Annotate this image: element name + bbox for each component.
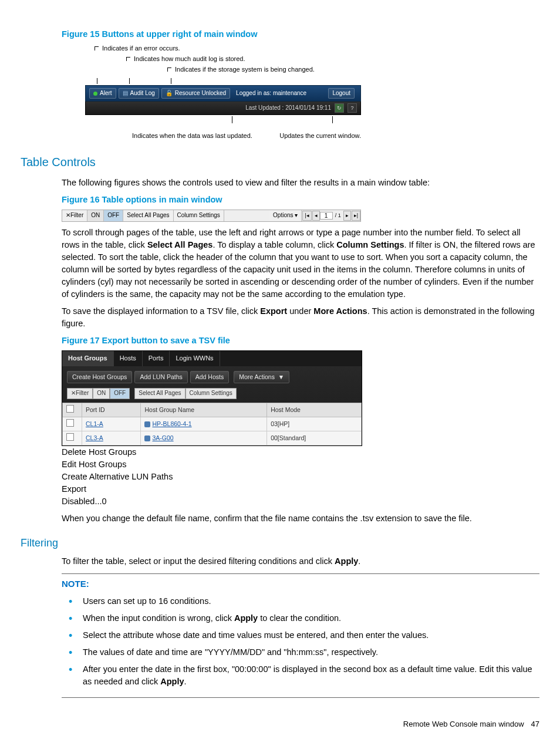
host-groups-table: Port ID Host Group Name Host Mode CL1-A …	[62, 403, 362, 446]
f17-filter-toggle[interactable]: ✕Filter	[67, 388, 93, 399]
help-icon[interactable]: ?	[348, 103, 357, 113]
annot-audit: Indicates how much audit log is stored.	[134, 55, 245, 64]
select-all-pages-button[interactable]: Select All Pages	[123, 210, 173, 221]
tab-login-wwns[interactable]: Login WWNs	[170, 351, 220, 366]
alert-button[interactable]: Alert	[89, 88, 116, 99]
host-group-link[interactable]: HP-BL860-4-1	[141, 417, 267, 431]
filter-toggle[interactable]: ✕Filter	[62, 210, 87, 221]
f17-column-settings[interactable]: Column Settings	[185, 388, 237, 399]
menu-delete-host-groups[interactable]: Delete Host Groups	[62, 446, 361, 458]
menu-edit-host-groups[interactable]: Edit Host Groups	[62, 458, 361, 471]
more-actions-menu: Delete Host Groups Edit Host Groups Crea…	[62, 446, 361, 508]
port-id-link[interactable]: CL1-A	[82, 417, 141, 431]
last-updated-label: Last Updated : 2014/01/14 19:11	[245, 104, 331, 113]
table-controls-intro: The following figures shows the controls…	[62, 177, 539, 189]
filter-on[interactable]: ON	[87, 210, 104, 221]
col-port-id[interactable]: Port ID	[82, 403, 141, 417]
page-total: / 1	[333, 211, 343, 220]
figure16-caption: Figure 16 Table options in main window	[62, 194, 539, 206]
row-checkbox[interactable]	[66, 433, 74, 441]
figure15-diagram: Indicates if an error occurs. Indicates …	[85, 44, 361, 141]
filter-off[interactable]: OFF	[104, 210, 123, 221]
host-group-icon	[144, 436, 150, 441]
host-mode-cell: 03[HP]	[267, 417, 362, 431]
figure15-caption: Figure 15 Buttons at upper right of main…	[62, 28, 539, 40]
list-icon: ▤	[123, 89, 128, 98]
note-item: The values of date and time are "YYYY/MM…	[66, 646, 539, 659]
create-host-groups-button[interactable]: Create Host Groups	[67, 371, 132, 383]
lock-icon: 🔓	[166, 89, 173, 98]
note-label: NOTE:	[62, 573, 539, 590]
filtering-heading: Filtering	[21, 535, 539, 551]
figure17-caption: Figure 17 Export button to save a TSV fi…	[62, 335, 539, 347]
f17-select-all-pages[interactable]: Select All Pages	[134, 388, 185, 399]
confirm-paragraph: When you change the default file name, c…	[62, 512, 539, 525]
audit-log-button[interactable]: ▤Audit Log	[119, 88, 159, 99]
annot-error: Indicates if an error occurs.	[102, 44, 180, 53]
f17-filter-off[interactable]: OFF	[110, 388, 130, 399]
row-checkbox[interactable]	[66, 419, 74, 427]
column-settings-button[interactable]: Column Settings	[174, 210, 224, 221]
host-mode-cell: 00[Standard]	[267, 431, 362, 445]
page-next-icon[interactable]: ▸	[343, 211, 351, 221]
host-group-link[interactable]: 3A-G00	[141, 431, 267, 445]
note-item: Users can set up to 16 conditions.	[66, 595, 539, 607]
options-menu[interactable]: Options ▾	[269, 210, 302, 221]
save-paragraph: To save the displayed information to a T…	[62, 305, 539, 330]
page-first-icon[interactable]: |◂	[302, 211, 311, 221]
col-host-mode[interactable]: Host Mode	[267, 403, 362, 417]
status-dot-icon	[93, 92, 97, 96]
page-prev-icon[interactable]: ◂	[312, 211, 320, 221]
add-lun-paths-button[interactable]: Add LUN Paths	[134, 371, 187, 383]
tab-hosts[interactable]: Hosts	[114, 351, 143, 366]
filtering-intro: To filter the table, select or input the…	[62, 555, 539, 568]
more-actions-button[interactable]: More Actions ▼	[234, 371, 289, 383]
note-item: When the input condition is wrong, click…	[66, 612, 539, 625]
table-controls-heading: Table Controls	[21, 154, 539, 171]
annot-last-updated: Indicates when the data was last updated…	[132, 131, 252, 141]
table-row: CL3-A 3A-G00 00[Standard]	[63, 431, 362, 445]
menu-disabled-row: Disabled...0	[62, 495, 361, 508]
page-footer: Remote Web Console main window47	[21, 719, 539, 730]
refresh-icon[interactable]: ↻	[335, 103, 344, 113]
figure16-bar: ✕Filter ON OFF Select All Pages Column S…	[62, 210, 361, 222]
resource-lock-button[interactable]: 🔓Resource Unlocked	[161, 88, 230, 99]
tab-host-groups[interactable]: Host Groups	[62, 351, 114, 366]
logged-in-label: Logged in as: maintenance	[236, 89, 306, 98]
annot-refresh: Updates the current window.	[279, 131, 361, 141]
page-number-input[interactable]	[320, 212, 333, 220]
note-item: After you enter the date in the first bo…	[66, 663, 539, 688]
port-id-link[interactable]: CL3-A	[82, 431, 141, 445]
note-box: NOTE: Users can set up to 16 conditions.…	[62, 573, 539, 698]
tab-ports[interactable]: Ports	[143, 351, 170, 366]
logout-button[interactable]: Logout	[328, 88, 355, 99]
col-host-group-name[interactable]: Host Group Name	[141, 403, 267, 417]
f17-filter-on[interactable]: ON	[93, 388, 110, 399]
host-group-icon	[144, 421, 150, 427]
scroll-paragraph: To scroll through pages of the table, us…	[62, 227, 539, 301]
add-hosts-button[interactable]: Add Hosts	[190, 371, 229, 383]
menu-export[interactable]: Export	[62, 483, 361, 495]
note-item: Select the attribute whose date and time…	[66, 629, 539, 642]
annot-change: Indicates if the storage system is being…	[175, 65, 315, 75]
table-row: CL1-A HP-BL860-4-1 03[HP]	[63, 417, 362, 431]
page-last-icon[interactable]: ▸|	[352, 211, 360, 221]
figure17-panel: Host Groups Hosts Ports Login WWNs Creat…	[62, 350, 362, 446]
header-checkbox[interactable]	[66, 405, 74, 413]
menu-create-alt-lun-paths[interactable]: Create Alternative LUN Paths	[62, 471, 361, 483]
